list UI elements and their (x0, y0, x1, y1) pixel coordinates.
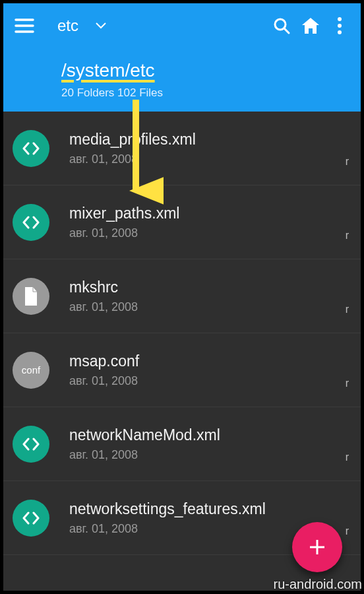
file-row[interactable]: networkNameMod.xmlавг. 01, 2008r (3, 407, 361, 481)
folder-title: etc (57, 16, 78, 35)
folder-dropdown[interactable]: etc (57, 16, 106, 35)
file-row-main: mixer_paths.xmlавг. 01, 2008 (69, 205, 339, 240)
file-file-icon (13, 278, 49, 315)
chevron-down-icon (96, 22, 106, 29)
file-name: networksettings_features.xml (69, 500, 339, 518)
file-permission: r (346, 156, 349, 168)
file-row-main: media_profiles.xmlавг. 01, 2008 (69, 131, 339, 166)
file-row[interactable]: confmsap.confавг. 01, 2008r (3, 333, 361, 407)
file-list: media_profiles.xmlавг. 01, 2008rmixer_pa… (3, 112, 361, 591)
file-row-main: mkshrcавг. 01, 2008 (69, 279, 339, 314)
code-file-icon (13, 204, 49, 241)
file-name: media_profiles.xml (69, 131, 339, 148)
app-header: etc /system/etc 20 Folders 102 Files (3, 3, 361, 112)
file-name: mkshrc (69, 279, 339, 296)
file-permission: r (346, 230, 349, 242)
file-permission: r (346, 525, 349, 537)
file-name: mixer_paths.xml (69, 205, 339, 222)
menu-icon[interactable] (10, 11, 39, 40)
home-icon[interactable] (296, 11, 325, 40)
svg-line-4 (284, 28, 289, 33)
code-file-icon (13, 130, 49, 167)
file-row-main: networkNameMod.xmlавг. 01, 2008 (69, 426, 339, 462)
file-date: авг. 01, 2008 (69, 374, 339, 388)
code-file-icon (13, 426, 49, 463)
svg-point-6 (338, 24, 342, 28)
search-icon[interactable] (267, 11, 296, 40)
file-permission: r (346, 451, 349, 463)
file-row[interactable]: mixer_paths.xmlавг. 01, 2008r (3, 185, 361, 259)
path-block: /system/etc 20 Folders 102 Files (61, 60, 354, 100)
file-name: msap.conf (69, 352, 339, 370)
file-permission: r (346, 378, 349, 389)
file-date: авг. 01, 2008 (69, 226, 339, 240)
file-date: авг. 01, 2008 (69, 448, 339, 462)
toolbar: etc (10, 13, 354, 39)
file-row[interactable]: media_profiles.xmlавг. 01, 2008r (3, 112, 361, 185)
code-file-icon (13, 500, 49, 537)
plus-icon (307, 537, 327, 557)
file-row-main: msap.confавг. 01, 2008 (69, 352, 339, 388)
file-permission: r (346, 304, 349, 315)
file-date: авг. 01, 2008 (69, 300, 339, 314)
add-fab[interactable] (292, 522, 342, 572)
svg-point-5 (338, 17, 342, 21)
more-vert-icon[interactable] (325, 11, 354, 40)
current-path[interactable]: /system/etc (61, 60, 354, 81)
file-name: networkNameMod.xml (69, 426, 339, 444)
path-counts: 20 Folders 102 Files (61, 86, 354, 100)
svg-point-7 (338, 30, 342, 34)
file-date: авг. 01, 2008 (69, 152, 339, 166)
watermark: ru-android.com (273, 577, 362, 592)
conf-file-icon: conf (13, 352, 49, 389)
file-row[interactable]: mkshrcавг. 01, 2008r (3, 259, 361, 333)
